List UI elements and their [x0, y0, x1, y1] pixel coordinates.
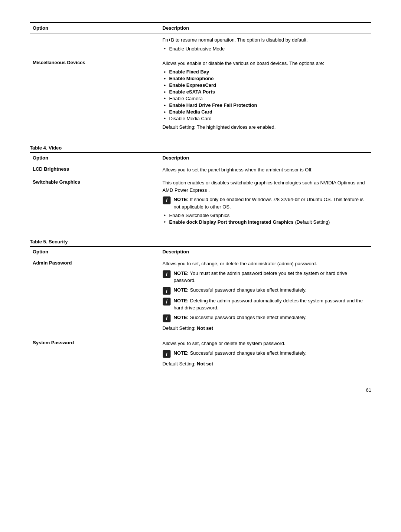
col-header-description: Description [160, 246, 371, 257]
list-item: Disable Media Card [163, 116, 368, 121]
page-number: 61 [30, 387, 371, 393]
note-text: NOTE: Deleting the admin password automa… [174, 297, 368, 312]
table5-section: Table 5. Security Option Description Adm… [30, 239, 371, 372]
option-cell: System Password [30, 337, 160, 372]
list-item: Enable Camera [163, 96, 368, 101]
list-item: Enable Media Card [163, 109, 368, 115]
list-item: Enable Hard Drive Free Fall Protection [163, 102, 368, 108]
list-item: Enable Microphone [163, 76, 368, 81]
desc-cell: Fn+B to resume normal operation. The opt… [160, 33, 371, 57]
desc-cell: This option enables or disables switchab… [160, 176, 371, 230]
desc-text: Allows you to set, change, or delete the… [163, 260, 368, 267]
col-header-option: Option [30, 152, 160, 163]
option-cell [30, 33, 160, 57]
list-item: Enable Unobtrusive Mode [163, 46, 368, 52]
note-block: i NOTE: Successful password changes take… [163, 314, 368, 322]
table4-label: Table 4. Video [30, 145, 371, 151]
desc-cell: Allows you to set, change or delete the … [160, 337, 371, 372]
col-header-description: Description [160, 23, 371, 33]
note-text: NOTE: Successful password changes take e… [174, 314, 307, 321]
note-icon: i [163, 196, 171, 204]
option-label: LCD Brightness [33, 166, 69, 172]
desc-text: Allows you to set the panel brightness w… [163, 166, 368, 174]
note-block: i NOTE: You must set the admin password … [163, 270, 368, 284]
list-item: Enable Fixed Bay [163, 69, 368, 75]
desc-cell: Allows you enable or disable the various… [160, 57, 371, 136]
misc-devices-table: Option Description Fn+B to resume normal… [30, 22, 371, 136]
note-text: NOTE: It should only be enabled for Wind… [174, 196, 368, 210]
note-block: i NOTE: It should only be enabled for Wi… [163, 196, 368, 210]
note-icon: i [163, 287, 171, 295]
table-row: System Password Allows you to set, chang… [30, 337, 371, 372]
list-item: Enable Switchable Graphics [163, 213, 368, 218]
default-setting: Default Setting: The highlighted devices… [163, 124, 368, 131]
bullet-list: Enable Switchable Graphics Enable dock D… [163, 213, 368, 225]
note-block: i NOTE: Successful password changes take… [163, 349, 368, 358]
option-label: Miscellaneous Devices [33, 60, 85, 65]
option-cell: LCD Brightness [30, 163, 160, 176]
bullet-list: Enable Unobtrusive Mode [163, 46, 368, 52]
misc-devices-section: Option Description Fn+B to resume normal… [30, 22, 371, 136]
list-item: Enable eSATA Ports [163, 89, 368, 95]
default-setting: Default Setting: Not set [163, 325, 368, 332]
bullet-list: Enable Fixed Bay Enable Microphone Enabl… [163, 69, 368, 121]
desc-text: Allows you to set, change or delete the … [163, 340, 368, 347]
list-item: Enable dock Display Port through Integra… [163, 219, 368, 225]
table-row: LCD Brightness Allows you to set the pan… [30, 163, 371, 176]
table5: Option Description Admin Password Allows… [30, 246, 371, 372]
note-block: i NOTE: Deleting the admin password auto… [163, 297, 368, 312]
option-label: Switchable Graphics [33, 179, 80, 185]
col-header-description: Description [160, 152, 371, 163]
option-label: System Password [33, 340, 74, 345]
table5-label: Table 5. Security [30, 239, 371, 244]
desc-cell: Allows you to set, change, or delete the… [160, 257, 371, 337]
table-row: Miscellaneous Devices Allows you enable … [30, 57, 371, 136]
desc-cell: Allows you to set the panel brightness w… [160, 163, 371, 176]
col-header-option: Option [30, 246, 160, 257]
note-text: NOTE: Successful password changes take e… [174, 286, 307, 294]
table4: Option Description LCD Brightness Allows… [30, 152, 371, 230]
table-row: Fn+B to resume normal operation. The opt… [30, 33, 371, 57]
page-content: Option Description Fn+B to resume normal… [30, 22, 371, 393]
default-setting: Default Setting: Not set [163, 360, 368, 368]
note-icon: i [163, 298, 171, 306]
note-block: i NOTE: Successful password changes take… [163, 286, 368, 295]
option-cell: Miscellaneous Devices [30, 57, 160, 136]
list-item: Enable ExpressCard [163, 82, 368, 88]
table-row: Switchable Graphics This option enables … [30, 176, 371, 230]
desc-text: This option enables or disables switchab… [163, 179, 368, 194]
note-icon: i [163, 350, 171, 358]
desc-text: Allows you enable or disable the various… [163, 60, 368, 67]
option-cell: Admin Password [30, 257, 160, 337]
table4-section: Table 4. Video Option Description LCD Br… [30, 145, 371, 230]
note-text: NOTE: Successful password changes take e… [174, 349, 307, 357]
note-icon: i [163, 270, 171, 278]
note-icon: i [163, 314, 171, 322]
desc-text: Fn+B to resume normal operation. The opt… [163, 36, 368, 44]
table-row: Admin Password Allows you to set, change… [30, 257, 371, 337]
option-label: Admin Password [33, 260, 72, 266]
col-header-option: Option [30, 23, 160, 33]
option-cell: Switchable Graphics [30, 176, 160, 230]
note-text: NOTE: You must set the admin password be… [174, 270, 368, 284]
